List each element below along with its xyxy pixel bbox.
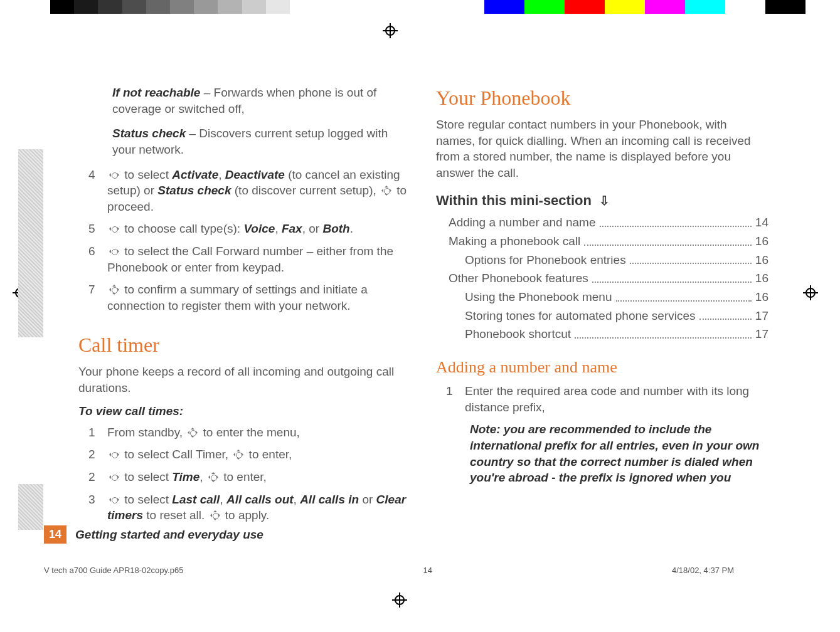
toc-title: Other Phonebook features [449,270,588,287]
ct-step-1: 1 From standby, to enter the menu, [88,424,411,441]
toc-page: 16 [755,270,768,287]
step-number: 2 [88,446,107,463]
nav-key-icon [186,427,199,438]
source-page: 14 [423,566,432,575]
toc-leader-dots [575,326,752,339]
step-number: 5 [88,221,107,237]
nav-key-icon [107,449,121,460]
nav-key-icon [208,510,222,521]
toc-title: Storing tones for automated phone servic… [465,308,696,324]
status-check-item: Status check – Discovers current setup l… [112,125,411,157]
toc-page: 16 [755,252,768,268]
print-metadata: V tech a700 Guide APR18-02copy.p65 14 4/… [44,566,734,575]
step-6: 6 to select the Call Forward number – ei… [88,243,411,275]
ct-step-2b: 2 to select Time, to enter, [88,469,411,485]
nav-key-icon [107,284,121,295]
step-4: 4 to select Activate, Deactivate (to can… [88,167,411,215]
ct-step-3: 3 to select Last call, All calls out, Al… [88,492,411,524]
status-check-label: Status check [112,127,186,140]
toc-page: 16 [755,233,768,250]
step-5: 5 to choose call type(s): Voice, Fax, or… [88,221,411,237]
down-arrow-icon: ⇩ [595,194,610,208]
call-timer-intro: Your phone keeps a record of all incomin… [78,364,411,396]
step-number: 7 [88,282,107,313]
nav-key-icon [107,246,121,257]
registration-mark-icon [803,285,818,300]
toc-leader-dots [630,252,752,265]
nav-key-icon [380,185,393,196]
step-number: 3 [88,492,107,524]
toc-title: Making a phonebook call [449,233,580,250]
toc-entry: Other Phonebook features16 [449,270,768,287]
grayscale-calibration-bar [50,0,314,14]
toc-entry: Options for Phonebook entries16 [465,252,768,268]
if-not-reachable-label: If not reachable [112,86,200,99]
print-timestamp: 4/18/02, 4:37 PM [672,566,734,575]
nav-key-icon [107,494,121,505]
nav-key-icon [231,449,245,460]
toc-title: Phonebook shortcut [465,326,571,342]
your-phonebook-heading: Your Phonebook [436,85,768,112]
toc-page: 17 [755,308,768,324]
page-number-badge: 14 [44,525,66,544]
nav-key-icon [206,471,220,483]
step-number: 4 [88,167,107,215]
nav-key-icon [107,169,121,181]
toc-leader-dots [616,289,752,302]
registration-mark-icon [392,592,407,608]
toc-leader-dots [699,308,752,320]
step-7: 7 to confirm a summary of settings and i… [88,282,411,313]
ct-step-2a: 2 to select Call Timer, to enter, [88,446,411,463]
step-number: 2 [88,469,107,485]
add-step-1: 1 Enter the required area code and numbe… [446,383,768,415]
toc-entry: Adding a number and name14 [449,214,768,231]
registration-mark-icon [383,23,398,38]
toc-entry: Storing tones for automated phone servic… [465,308,768,324]
source-filename: V tech a700 Guide APR18-02copy.p65 [44,566,183,575]
nav-key-icon [107,471,121,483]
color-calibration-bar [484,0,805,14]
toc-entry: Phonebook shortcut17 [465,326,768,342]
toc-leader-dots [600,214,752,227]
toc-title: Adding a number and name [449,214,596,231]
page-footer: 14 Getting started and everyday use [44,525,263,544]
toc-title: Options for Phonebook entries [465,252,626,268]
right-column: Your Phonebook Store regular contact num… [436,85,768,530]
toc-title: Using the Phonebook menu [465,289,612,305]
nav-key-icon [107,223,121,234]
mini-toc: Adding a number and name14Making a phone… [436,214,768,342]
to-view-call-times-heading: To view call times: [78,403,411,419]
toc-leader-dots [584,233,752,246]
step-number: 6 [88,243,107,275]
adding-number-heading: Adding a number and name [436,356,768,378]
call-timer-heading: Call timer [78,332,411,359]
toc-entry: Making a phonebook call16 [449,233,768,250]
toc-leader-dots [592,270,752,283]
thumb-index-tab [18,484,43,530]
thumb-index-tab [18,149,43,337]
chapter-title: Getting started and everyday use [75,528,263,542]
mini-section-heading: Within this mini-section ⇩ [436,191,768,210]
toc-page: 17 [755,326,768,342]
step-number: 1 [88,424,107,441]
toc-page: 16 [755,289,768,305]
phonebook-intro: Store regular contact numbers in your Ph… [436,117,768,181]
note-text: Note: you are recommended to include the… [470,421,768,486]
toc-entry: Using the Phonebook menu16 [465,289,768,305]
left-column: If not reachable – Forwards when phone i… [78,85,411,530]
if-not-reachable-item: If not reachable – Forwards when phone i… [112,85,411,117]
toc-page: 14 [755,214,768,231]
step-number: 1 [446,383,465,415]
